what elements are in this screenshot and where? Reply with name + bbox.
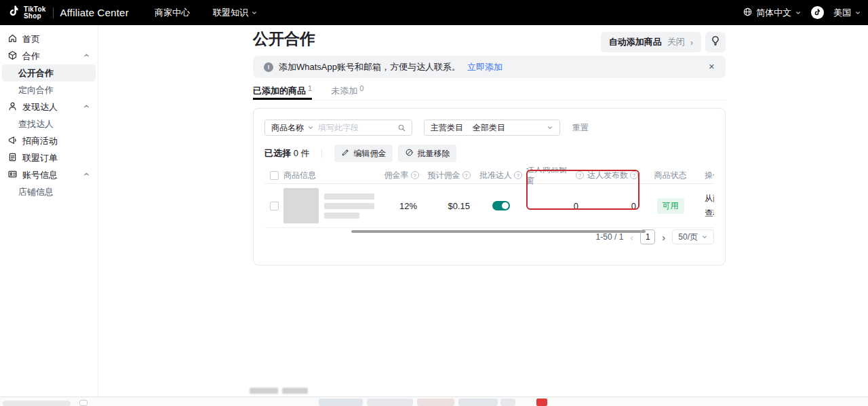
product-info[interactable] (283, 188, 374, 223)
tab-not-added[interactable]: 未添加 0 (331, 85, 363, 100)
sidebar-item-label: 店铺信息 (18, 186, 54, 198)
sidebar-item-shop-info[interactable]: 店铺信息 (2, 183, 96, 200)
auto-add-products-button[interactable]: 自动添加商品 关闭 (601, 32, 701, 52)
search-input[interactable] (318, 123, 395, 132)
prev-page-button[interactable] (630, 232, 633, 243)
region-label: 美国 (833, 7, 851, 19)
tab-count: 1 (308, 84, 312, 92)
product-search-control: 商品名称 (264, 119, 412, 136)
pagination-range: 1-50 / 1 (596, 232, 624, 242)
approve-creators-toggle[interactable] (492, 201, 510, 210)
posts-count: 0 (584, 184, 642, 227)
sidebar-item-label: 发现达人 (22, 101, 78, 113)
tips-button[interactable] (705, 32, 726, 52)
taskbar-thumbnail[interactable] (417, 399, 454, 406)
creator-icon (7, 101, 18, 113)
sidebar-item-find-creators[interactable]: 查找达人 (2, 115, 96, 132)
region-selector[interactable]: 美国 (833, 7, 861, 19)
nav-affiliate-knowledge[interactable]: 联盟知识 (213, 0, 258, 25)
product-name-placeholder (324, 193, 374, 219)
sidebar-item-home[interactable]: 首页 (2, 31, 96, 48)
pagination: 1-50 / 1 1 50/页 (596, 229, 714, 244)
bottom-taskbar-strip (0, 396, 868, 406)
pencil-icon (341, 148, 350, 159)
taskbar-icon-placeholder[interactable] (79, 400, 87, 406)
products-card: 商品名称 主营类目 全部类目 重置 (253, 108, 726, 265)
sidebar-item-open-cooperation[interactable]: 公开合作 (2, 64, 96, 81)
products-table: 商品信息 佣金率 预计佣金 批准达人 达人商品橱窗 达人发布数 商品状态 操作 (264, 167, 714, 234)
blurred-footer-text-placeholder (250, 388, 308, 394)
home-icon (7, 33, 18, 45)
topbar: TikTokShop Affiliate Center 商家中心 联盟知识 简体… (0, 0, 868, 25)
next-page-button[interactable] (662, 232, 665, 243)
whatsapp-alert-banner: 添加WhatsApp账号和邮箱，方便与达人联系。 立即添加 (253, 56, 726, 78)
orders-icon (7, 152, 18, 164)
status-bubble-placeholder (3, 401, 71, 406)
language-selector[interactable]: 简体中文 (743, 7, 802, 19)
edit-commission-button[interactable]: 编辑佣金 (334, 145, 393, 162)
sidebar-item-label: 招商活动 (22, 135, 90, 147)
current-page[interactable]: 1 (640, 229, 655, 244)
batch-remove-button[interactable]: 批量移除 (398, 145, 456, 162)
red-badge[interactable] (536, 399, 547, 406)
table-row: 12% $0.15 0 0 可用 从商品橱窗移除 查看详情 (264, 184, 714, 228)
reset-button[interactable]: 重置 (572, 122, 589, 134)
taskbar-thumbnail[interactable] (458, 399, 498, 406)
tab-count: 0 (359, 84, 363, 92)
help-icon[interactable] (411, 171, 419, 179)
page-actions: 自动添加商品 关闭 (601, 32, 726, 52)
sidebar-item-campaigns[interactable]: 招商活动 (2, 132, 96, 149)
sidebar-item-orders[interactable]: 联盟订单 (2, 149, 96, 166)
table-header-row: 商品信息 佣金率 预计佣金 批准达人 达人商品橱窗 达人发布数 商品状态 操作 (264, 167, 714, 184)
taskbar-thumbnail[interactable] (367, 399, 413, 406)
selected-count-text: 已选择 0 件 (264, 147, 309, 160)
help-icon[interactable] (630, 171, 638, 179)
row-checkbox[interactable] (270, 202, 279, 210)
col-approve-creators: 批准达人 (475, 167, 526, 183)
sidebar-item-account[interactable]: 账号信息 (2, 166, 96, 183)
language-label: 简体中文 (756, 7, 791, 19)
nav-affiliate-knowledge-label: 联盟知识 (213, 7, 248, 19)
sidebar-item-cooperation[interactable]: 合作 (2, 48, 96, 64)
add-now-link[interactable]: 立即添加 (467, 61, 502, 73)
taskbar-thumbnail[interactable] (319, 399, 363, 406)
search-icon[interactable] (395, 124, 412, 132)
sidebar-item-discover-creators[interactable]: 发现达人 (2, 98, 96, 115)
search-field-select[interactable]: 商品名称 (265, 122, 318, 134)
chevron-down-icon (547, 124, 553, 131)
category-select[interactable]: 主营类目 全部类目 (424, 119, 560, 136)
sidebar-item-label: 联盟订单 (22, 152, 90, 164)
col-actions: 操作 (699, 167, 714, 183)
col-creator-posts: 达人发布数 (584, 167, 642, 183)
tab-label: 未添加 (331, 85, 357, 97)
page-size-select[interactable]: 50/页 (672, 229, 714, 244)
sidebar-item-targeted-cooperation[interactable]: 定向合作 (2, 81, 96, 98)
sidebar-item-label: 公开合作 (18, 67, 54, 79)
page-size-value: 50/页 (678, 232, 698, 243)
filter-row: 商品名称 主营类目 全部类目 重置 (264, 119, 589, 136)
nav-merchant-center[interactable]: 商家中心 (155, 0, 190, 25)
button-label: 批量移除 (417, 148, 450, 160)
help-icon[interactable] (462, 171, 471, 179)
col-product-status: 商品状态 (642, 167, 699, 183)
remove-from-showcase-link[interactable]: 从商品橱窗移除 (705, 193, 714, 204)
divider (321, 149, 322, 158)
auto-add-status: 关闭 (667, 36, 685, 48)
account-avatar[interactable] (811, 6, 824, 19)
tiktok-shop-logo[interactable]: TikTokShop (8, 5, 46, 20)
product-tabs: 已添加的商品 1 未添加 0 (253, 85, 726, 100)
showcase-count: 0 (526, 184, 584, 227)
tab-added-products[interactable]: 已添加的商品 1 (253, 85, 312, 100)
selected-count: 0 (294, 148, 298, 158)
help-icon[interactable] (514, 171, 522, 179)
help-icon[interactable] (576, 171, 584, 179)
close-icon[interactable] (709, 62, 715, 71)
select-all-checkbox[interactable] (270, 171, 279, 180)
sidebar-item-label: 定向合作 (18, 84, 54, 96)
taskbar-thumbnail[interactable] (500, 399, 515, 406)
chevron-down-icon (251, 10, 258, 16)
sidebar-item-label: 账号信息 (22, 169, 78, 181)
view-details-link[interactable]: 查看详情 (705, 208, 714, 219)
sidebar-item-label: 合作 (22, 50, 78, 62)
est-commission-value: $0.15 (422, 184, 475, 227)
